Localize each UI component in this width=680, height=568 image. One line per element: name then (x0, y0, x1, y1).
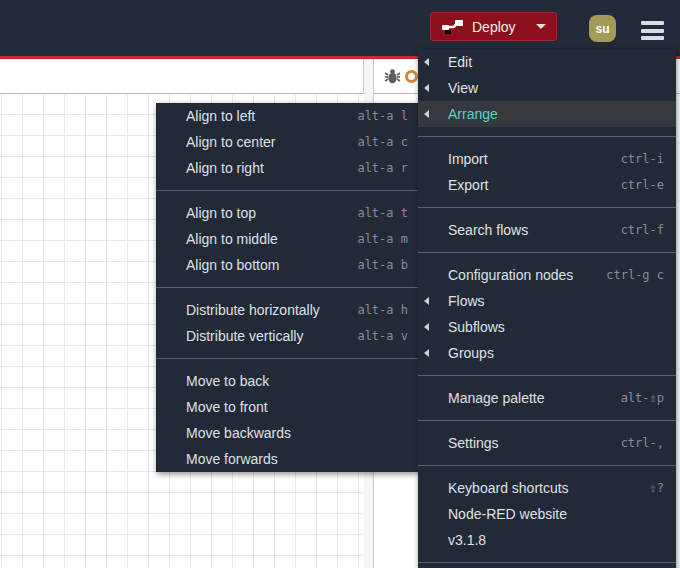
menu-item-label: Move forwards (186, 451, 278, 467)
menu-item-label: Groups (448, 345, 494, 361)
menu-separator (156, 358, 420, 359)
menu-item-align-to-right[interactable]: Align to rightalt-a r (156, 155, 420, 181)
menu-separator (156, 287, 420, 288)
node-red-window: + (0, 0, 680, 568)
menu-item-view[interactable]: View (418, 75, 676, 101)
menu-item-label: Subflows (448, 319, 505, 335)
menu-item-shortcut: alt-a v (357, 323, 408, 349)
menu-item-distribute-vertically[interactable]: Distribute verticallyalt-a v (156, 323, 420, 349)
menu-separator (418, 252, 676, 253)
user-avatar[interactable]: su (589, 15, 616, 42)
menu-item-shortcut: alt-a b (357, 252, 408, 278)
menu-item-groups[interactable]: Groups (418, 340, 676, 366)
menu-item-label: Arrange (448, 106, 498, 122)
menu-separator (418, 465, 676, 466)
menu-item-search-flows[interactable]: Search flowsctrl-f (418, 217, 676, 243)
debug-tab-bug-icon[interactable] (384, 68, 401, 89)
submenu-arrow-icon (424, 110, 429, 118)
menu-item-shortcut: alt-a t (357, 200, 408, 226)
menu-item-align-to-center[interactable]: Align to centeralt-a c (156, 129, 420, 155)
submenu-arrow-icon (424, 297, 429, 305)
deploy-button[interactable]: Deploy (430, 12, 557, 41)
menu-item-configuration-nodes[interactable]: Configuration nodesctrl-g c (418, 262, 676, 288)
menu-item-import[interactable]: Importctrl-i (418, 146, 676, 172)
menu-item-shortcut: ctrl-i (621, 146, 664, 172)
menu-item-label: Align to middle (186, 231, 278, 247)
menu-item-export[interactable]: Exportctrl-e (418, 172, 676, 198)
menu-item-shortcut: alt-a l (357, 103, 408, 129)
menu-item-label: Align to bottom (186, 257, 279, 273)
menu-item-label: Align to center (186, 134, 276, 150)
flow-tabbar (0, 59, 364, 94)
submenu-arrow-icon (424, 323, 429, 331)
menu-item-shortcut: alt-a c (357, 129, 408, 155)
menu-item-label: Align to top (186, 205, 256, 221)
menu-item-label: Keyboard shortcuts (448, 480, 569, 496)
menu-item-node-red-website[interactable]: Node-RED website (418, 501, 676, 527)
menu-item-move-backwards[interactable]: Move backwards (156, 420, 420, 446)
menu-item-v3-1-8[interactable]: v3.1.8 (418, 527, 676, 553)
menu-separator (156, 190, 420, 191)
menu-item-align-to-bottom[interactable]: Align to bottomalt-a b (156, 252, 420, 278)
menu-item-label: Edit (448, 54, 472, 70)
menu-item-label: Import (448, 151, 488, 167)
main-menu-hamburger-icon[interactable] (641, 21, 664, 40)
menu-item-manage-palette[interactable]: Manage palettealt-⇧p (418, 385, 676, 411)
menu-separator (418, 420, 676, 421)
menu-item-shortcut: alt-a m (357, 226, 408, 252)
menu-item-shortcut: ctrl-e (621, 172, 664, 198)
menu-item-label: Align to left (186, 108, 255, 124)
menu-item-label: Align to right (186, 160, 264, 176)
menu-item-shortcut: ctrl-g c (606, 262, 664, 288)
menu-item-label: Distribute vertically (186, 328, 303, 344)
sidebar-tab-icon[interactable] (405, 70, 418, 83)
menu-item-label: Search flows (448, 222, 528, 238)
menu-separator (418, 136, 676, 137)
menu-item-shortcut: alt-a h (357, 297, 408, 323)
menu-item-label: Move to back (186, 373, 269, 389)
menu-item-shortcut: ctrl-f (621, 217, 664, 243)
submenu-arrow-icon (424, 84, 429, 92)
menu-item-edit[interactable]: Edit (418, 49, 676, 75)
menu-item-flows[interactable]: Flows (418, 288, 676, 314)
menu-separator (418, 562, 676, 563)
menu-separator (418, 375, 676, 376)
arrange-submenu: Align to leftalt-a lAlign to centeralt-a… (156, 103, 420, 472)
menu-item-label: Settings (448, 435, 499, 451)
menu-item-shortcut: alt-a r (357, 155, 408, 181)
menu-item-keyboard-shortcuts[interactable]: Keyboard shortcuts⇧? (418, 475, 676, 501)
menu-item-distribute-horizontally[interactable]: Distribute horizontallyalt-a h (156, 297, 420, 323)
menu-item-label: Configuration nodes (448, 267, 573, 283)
main-dropdown-menu: EditViewArrangeImportctrl-iExportctrl-eS… (418, 49, 676, 568)
menu-separator (418, 207, 676, 208)
menu-item-arrange[interactable]: Arrange (418, 101, 676, 127)
menu-item-shortcut: ctrl-, (621, 430, 664, 456)
menu-item-label: View (448, 80, 478, 96)
menu-item-label: Export (448, 177, 488, 193)
menu-item-label: Move to front (186, 399, 268, 415)
submenu-arrow-icon (424, 58, 429, 66)
menu-item-align-to-left[interactable]: Align to leftalt-a l (156, 103, 420, 129)
menu-item-label: v3.1.8 (448, 532, 486, 548)
menu-item-move-to-back[interactable]: Move to back (156, 368, 420, 394)
menu-item-label: Flows (448, 293, 485, 309)
submenu-arrow-icon (424, 349, 429, 357)
menu-item-label: Distribute horizontally (186, 302, 320, 318)
menu-item-subflows[interactable]: Subflows (418, 314, 676, 340)
deploy-button-label: Deploy (472, 19, 516, 35)
menu-item-shortcut: alt-⇧p (621, 385, 664, 411)
menu-item-move-to-front[interactable]: Move to front (156, 394, 420, 420)
menu-item-move-forwards[interactable]: Move forwards (156, 446, 420, 472)
menu-item-label: Move backwards (186, 425, 291, 441)
menu-item-shortcut: ⇧? (650, 475, 664, 501)
menu-item-settings[interactable]: Settingsctrl-, (418, 430, 676, 456)
deploy-icon (441, 19, 463, 35)
menu-item-align-to-middle[interactable]: Align to middlealt-a m (156, 226, 420, 252)
menu-item-label: Manage palette (448, 390, 545, 406)
deploy-options-caret-icon[interactable] (536, 24, 546, 29)
menu-item-align-to-top[interactable]: Align to topalt-a t (156, 200, 420, 226)
menu-item-label: Node-RED website (448, 506, 567, 522)
